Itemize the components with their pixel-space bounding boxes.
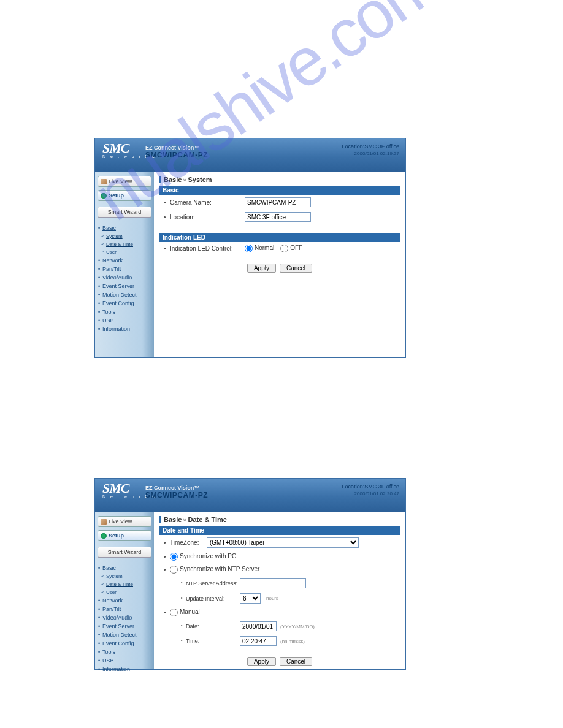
header: SMC N e t w o r k s EZ Connect Vision™ S… bbox=[95, 479, 405, 512]
nav-network[interactable]: Network bbox=[98, 257, 151, 264]
sync-pc-option[interactable]: Synchronize with PC bbox=[170, 553, 236, 561]
nav-eventserver[interactable]: Event Server bbox=[98, 623, 151, 630]
section-basic: Basic bbox=[159, 186, 400, 195]
sidebar: Live View Setup Smart Wizard Basic Syste… bbox=[95, 512, 154, 669]
nav-tools[interactable]: Tools bbox=[98, 308, 151, 316]
info-icon bbox=[101, 533, 107, 539]
apply-button[interactable]: Apply bbox=[247, 657, 276, 666]
location-field[interactable] bbox=[245, 212, 311, 222]
header: SMC N e t w o r k s EZ Connect Vision™ S… bbox=[95, 138, 405, 172]
time-field[interactable] bbox=[240, 636, 277, 646]
camera-icon bbox=[101, 179, 107, 184]
nav-system[interactable]: System bbox=[98, 573, 151, 580]
cancel-button[interactable]: Cancel bbox=[280, 657, 312, 666]
led-off-option[interactable]: OFF bbox=[280, 245, 302, 252]
breadcrumb: Basic»Date & Time bbox=[159, 516, 400, 523]
header-location: Location:SMC 3F office 2000/01/01 02:20:… bbox=[342, 483, 399, 496]
nav-videoaudio[interactable]: Video/Audio bbox=[98, 274, 151, 281]
apply-button[interactable]: Apply bbox=[247, 264, 276, 273]
section-datetime: Date and Time bbox=[159, 526, 400, 535]
timezone-select[interactable]: (GMT+08:00) Taipei bbox=[207, 537, 359, 548]
camera-name-label: Camera Name: bbox=[170, 199, 245, 206]
header-location: Location:SMC 3F office 2000/01/01 02:19:… bbox=[342, 143, 399, 156]
nav-basic[interactable]: Basic bbox=[98, 564, 151, 572]
nav-motiondetect[interactable]: Motion Detect bbox=[98, 291, 151, 298]
live-view-button[interactable]: Live View bbox=[98, 176, 151, 187]
sidebar-nav: Basic System Date & Time User Network Pa… bbox=[98, 564, 151, 673]
timezone-label: TimeZone: bbox=[170, 539, 207, 546]
nav-eventconfig[interactable]: Event Config bbox=[98, 640, 151, 647]
date-hint: (YYYY/MM/DD) bbox=[280, 624, 315, 629]
sidebar: Live View Setup Smart Wizard Basic Syste… bbox=[95, 172, 154, 357]
date-label: Date: bbox=[172, 623, 240, 629]
nav-eventserver[interactable]: Event Server bbox=[98, 282, 151, 290]
cancel-button[interactable]: Cancel bbox=[280, 264, 312, 273]
camera-name-field[interactable] bbox=[245, 197, 311, 207]
nav-eventconfig[interactable]: Event Config bbox=[98, 300, 151, 307]
admin-screenshot-system: SMC N e t w o r k s EZ Connect Vision™ S… bbox=[94, 138, 406, 358]
nav-user[interactable]: User bbox=[98, 249, 151, 256]
nav-tools[interactable]: Tools bbox=[98, 648, 151, 656]
ntp-address-label: NTP Server Address: bbox=[172, 580, 240, 586]
nav-system[interactable]: System bbox=[98, 233, 151, 240]
led-normal-option[interactable]: Normal bbox=[245, 245, 274, 252]
nav-user[interactable]: User bbox=[98, 589, 151, 596]
nav-basic[interactable]: Basic bbox=[98, 224, 151, 232]
sync-ntp-option[interactable]: Synchronize with NTP Server bbox=[170, 566, 259, 574]
product-title: EZ Connect Vision™ SMCWIPCAM-PZ bbox=[145, 145, 208, 159]
sidebar-nav: Basic System Date & Time User Network Pa… bbox=[98, 224, 151, 333]
nav-information[interactable]: Information bbox=[98, 665, 151, 673]
time-label: Time: bbox=[172, 638, 240, 644]
header-timestamp: 2000/01/01 02:20:47 bbox=[342, 491, 399, 496]
setup-button[interactable]: Setup bbox=[98, 190, 151, 201]
info-icon bbox=[101, 193, 107, 199]
time-hint: (hh:mm:ss) bbox=[280, 639, 305, 644]
update-interval-label: Update Interval: bbox=[172, 596, 240, 602]
camera-icon bbox=[101, 519, 107, 525]
content-area: Basic»System Basic • Camera Name: • Loca… bbox=[154, 172, 405, 357]
live-view-button[interactable]: Live View bbox=[98, 516, 151, 527]
nav-information[interactable]: Information bbox=[98, 325, 151, 333]
ntp-address-field[interactable] bbox=[240, 578, 306, 588]
setup-button[interactable]: Setup bbox=[98, 530, 151, 541]
breadcrumb: Basic»System bbox=[159, 176, 400, 183]
smart-wizard-button[interactable]: Smart Wizard bbox=[98, 547, 151, 558]
admin-screenshot-datetime: SMC N e t w o r k s EZ Connect Vision™ S… bbox=[94, 478, 406, 670]
product-title: EZ Connect Vision™ SMCWIPCAM-PZ bbox=[145, 485, 208, 499]
update-interval-select[interactable]: 6 bbox=[240, 593, 261, 604]
content-area: Basic»Date & Time Date and Time • TimeZo… bbox=[154, 512, 405, 669]
smart-wizard-button[interactable]: Smart Wizard bbox=[98, 207, 151, 218]
location-label: Location: bbox=[170, 214, 245, 221]
nav-network[interactable]: Network bbox=[98, 597, 151, 604]
nav-date-time[interactable]: Date & Time bbox=[98, 241, 151, 248]
nav-usb[interactable]: USB bbox=[98, 317, 151, 324]
nav-motiondetect[interactable]: Motion Detect bbox=[98, 631, 151, 639]
date-field[interactable] bbox=[240, 621, 277, 631]
header-timestamp: 2000/01/01 02:19:27 bbox=[342, 151, 399, 156]
section-led: Indication LED bbox=[159, 233, 400, 242]
nav-usb[interactable]: USB bbox=[98, 657, 151, 664]
manual-option[interactable]: Manual bbox=[170, 609, 200, 616]
update-interval-unit: hours bbox=[266, 596, 278, 601]
led-control-label: Indication LED Control: bbox=[170, 245, 245, 252]
nav-pantilt[interactable]: Pan/Tilt bbox=[98, 605, 151, 613]
nav-date-time[interactable]: Date & Time bbox=[98, 581, 151, 588]
nav-videoaudio[interactable]: Video/Audio bbox=[98, 614, 151, 621]
nav-pantilt[interactable]: Pan/Tilt bbox=[98, 265, 151, 273]
